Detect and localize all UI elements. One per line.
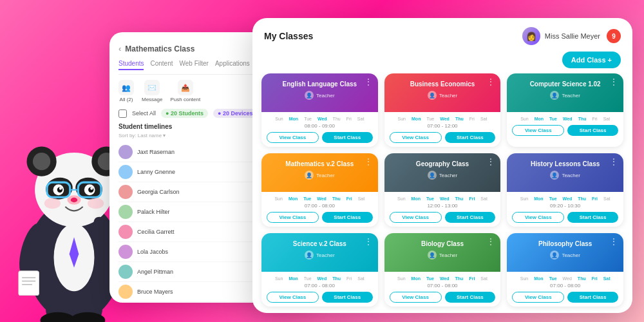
student-avatar bbox=[118, 165, 133, 179]
action-all[interactable]: 👥 All (2) bbox=[118, 80, 134, 102]
day-label: Sun bbox=[273, 116, 285, 122]
action-message[interactable]: ✉️ Message bbox=[142, 80, 162, 102]
start-class-button[interactable]: Start Class bbox=[567, 212, 618, 223]
start-class-button[interactable]: Start Class bbox=[567, 292, 618, 303]
students-count-badge: ● 20 Students bbox=[161, 109, 208, 118]
day-label: Mon bbox=[532, 196, 545, 202]
start-class-button[interactable]: Start Class bbox=[445, 212, 496, 223]
teacher-label: Teacher bbox=[439, 173, 457, 178]
class-time: 08:00 - 09:00 bbox=[267, 123, 373, 129]
class-time: 07:00 - 08:00 bbox=[390, 283, 496, 289]
student-avatar bbox=[118, 285, 133, 299]
card-buttons: View Class Start Class bbox=[512, 292, 618, 303]
tab-students[interactable]: Students bbox=[118, 60, 144, 70]
more-options-icon[interactable]: ⋮ bbox=[365, 237, 373, 246]
more-options-icon[interactable]: ⋮ bbox=[487, 237, 495, 246]
class-card-teacher: 👤 Teacher bbox=[391, 91, 495, 100]
day-label: Sat bbox=[601, 116, 612, 122]
view-class-button[interactable]: View Class bbox=[390, 292, 442, 303]
day-label: Mon bbox=[533, 116, 545, 122]
day-label: Fri bbox=[467, 196, 477, 202]
class-card-teacher: 👤 Teacher bbox=[513, 171, 617, 180]
tab-webfilter[interactable]: Web Filter bbox=[180, 60, 209, 70]
class-card: ⋮ History Lessons Class 👤 Teacher SunMon… bbox=[507, 153, 623, 227]
class-card-bottom: SunMonTueWedThuFriSat 07:00 - 08:00 View… bbox=[261, 192, 378, 227]
day-label: Fri bbox=[590, 116, 599, 122]
teacher-label: Teacher bbox=[316, 252, 334, 258]
add-class-button[interactable]: Add Class + bbox=[562, 52, 621, 68]
day-label: Sat bbox=[478, 276, 489, 281]
tab-applications[interactable]: Applications bbox=[215, 60, 250, 70]
more-options-icon[interactable]: ⋮ bbox=[365, 77, 373, 86]
teacher-label: Teacher bbox=[562, 93, 580, 99]
start-class-button[interactable]: Start Class bbox=[567, 125, 618, 136]
tab-content[interactable]: Content bbox=[150, 60, 173, 70]
class-card-title: Business Economics bbox=[391, 80, 495, 88]
teacher-avatar: 👤 bbox=[305, 171, 314, 180]
day-label: Fri bbox=[345, 196, 354, 202]
view-class-button[interactable]: View Class bbox=[267, 132, 319, 143]
day-label: Sun bbox=[518, 196, 530, 202]
sort-label[interactable]: Sort by: Last name ▾ bbox=[118, 133, 166, 138]
day-label: Mon bbox=[410, 116, 422, 122]
day-label: Sun bbox=[395, 276, 407, 281]
start-class-button[interactable]: Start Class bbox=[445, 132, 496, 143]
class-card-title: Geography Class bbox=[391, 160, 495, 168]
day-label: Thu bbox=[576, 116, 589, 122]
day-row: SunMonTueWedThuFriSat bbox=[390, 196, 496, 202]
day-label: Mon bbox=[287, 276, 299, 281]
more-options-icon[interactable]: ⋮ bbox=[610, 237, 618, 246]
start-class-button[interactable]: Start Class bbox=[445, 292, 496, 303]
class-card-header: ⋮ English Language Class 👤 Teacher bbox=[261, 73, 378, 112]
class-card-header: ⋮ Biology Class 👤 Teacher bbox=[384, 233, 501, 272]
view-class-button[interactable]: View Class bbox=[267, 292, 319, 303]
teacher-label: Teacher bbox=[316, 93, 334, 99]
start-class-button[interactable]: Start Class bbox=[322, 132, 373, 143]
class-card-bottom: SunMonTueWedThuFriSat 12:00 - 13:00 View… bbox=[384, 192, 501, 227]
view-class-button[interactable]: View Class bbox=[390, 212, 442, 223]
select-all-label: Select All bbox=[132, 110, 156, 117]
more-options-icon[interactable]: ⋮ bbox=[610, 157, 618, 166]
card-buttons: View Class Start Class bbox=[267, 292, 373, 303]
class-card-bottom: SunMonTueWedThuFriSat 07:00 - 12:00 View… bbox=[384, 112, 501, 147]
class-card-bottom: SunMonTueWedThuFriSat 07:00 - 08:00 View… bbox=[261, 272, 378, 307]
day-label: Wed bbox=[316, 116, 329, 122]
day-label: Sun bbox=[396, 116, 408, 122]
more-options-icon[interactable]: ⋮ bbox=[610, 77, 618, 86]
more-options-icon[interactable]: ⋮ bbox=[365, 157, 373, 166]
day-row: SunMonTueWedThuFriSat bbox=[512, 116, 618, 122]
chevron-back-icon[interactable]: ‹ bbox=[118, 44, 121, 53]
view-class-button[interactable]: View Class bbox=[390, 132, 442, 143]
view-class-button[interactable]: View Class bbox=[512, 125, 564, 136]
class-card-title: History Lessons Class bbox=[513, 160, 617, 168]
start-class-button[interactable]: Start Class bbox=[322, 212, 373, 223]
class-card-header: ⋮ Computer Science 1.02 👤 Teacher bbox=[507, 73, 623, 112]
start-class-button[interactable]: Start Class bbox=[322, 292, 373, 303]
day-label: Sun bbox=[518, 276, 530, 281]
teacher-avatar: 👤 bbox=[428, 251, 437, 260]
day-label: Sat bbox=[478, 196, 489, 202]
notification-badge[interactable]: 9 bbox=[607, 29, 621, 43]
more-options-icon[interactable]: ⋮ bbox=[487, 77, 495, 86]
day-label: Tue bbox=[547, 116, 559, 122]
view-class-button[interactable]: View Class bbox=[267, 212, 319, 223]
card-buttons: View Class Start Class bbox=[512, 125, 618, 136]
user-avatar: 👩 bbox=[522, 27, 540, 45]
student-avatar bbox=[118, 205, 133, 219]
header-right: 👩 Miss Sallie Meyer 9 bbox=[522, 27, 621, 45]
class-time: 07:00 - 08:00 bbox=[512, 283, 618, 289]
more-options-icon[interactable]: ⋮ bbox=[487, 157, 495, 166]
view-class-button[interactable]: View Class bbox=[512, 292, 564, 303]
class-card: ⋮ Biology Class 👤 Teacher SunMonTueWedTh… bbox=[384, 233, 501, 307]
day-label: Thu bbox=[576, 276, 588, 281]
day-label: Fri bbox=[345, 276, 354, 281]
day-label: Thu bbox=[330, 196, 343, 202]
select-all-checkbox[interactable] bbox=[118, 109, 127, 118]
class-card-title: Science v.2 Class bbox=[268, 240, 372, 248]
day-label: Mon bbox=[287, 196, 299, 202]
svg-rect-25 bbox=[19, 271, 39, 296]
class-card-title: Mathematics v.2 Class bbox=[268, 160, 372, 168]
action-push[interactable]: 📤 Push content bbox=[170, 80, 200, 102]
class-card-bottom: SunMonTueWedThuFriSat 09:20 - 10:30 View… bbox=[507, 192, 623, 227]
view-class-button[interactable]: View Class bbox=[512, 212, 564, 223]
